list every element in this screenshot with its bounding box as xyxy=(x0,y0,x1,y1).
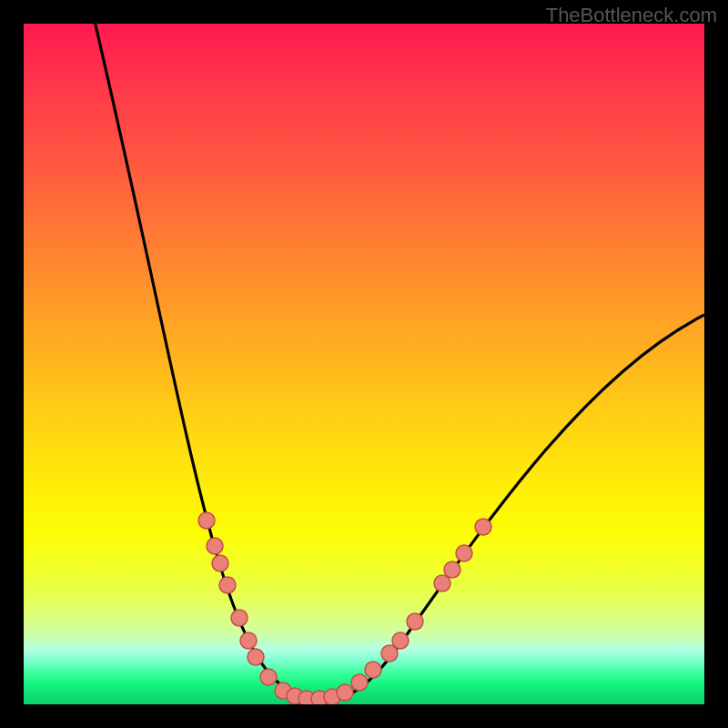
curve-marker xyxy=(248,649,264,665)
watermark-text: TheBottleneck.com xyxy=(546,4,717,27)
plot-area xyxy=(24,24,704,704)
curve-marker xyxy=(240,632,257,649)
curve-marker xyxy=(231,610,248,626)
curve-marker xyxy=(198,512,215,529)
curve-marker xyxy=(351,674,368,691)
bottleneck-curve xyxy=(91,24,704,699)
curve-marker xyxy=(337,684,353,701)
curve-marker xyxy=(434,575,450,592)
curve-marker xyxy=(456,545,472,561)
curve-marker xyxy=(475,519,491,535)
curve-marker xyxy=(219,577,236,593)
curve-overlay xyxy=(24,24,704,704)
curve-marker xyxy=(207,538,223,554)
curve-marker xyxy=(407,613,423,630)
curve-markers xyxy=(198,512,491,704)
curve-marker xyxy=(212,555,228,571)
curve-marker xyxy=(444,561,460,578)
chart-frame: TheBottleneck.com xyxy=(0,0,728,728)
curve-marker xyxy=(392,632,409,649)
curve-marker xyxy=(260,669,277,685)
curve-marker xyxy=(365,662,381,678)
